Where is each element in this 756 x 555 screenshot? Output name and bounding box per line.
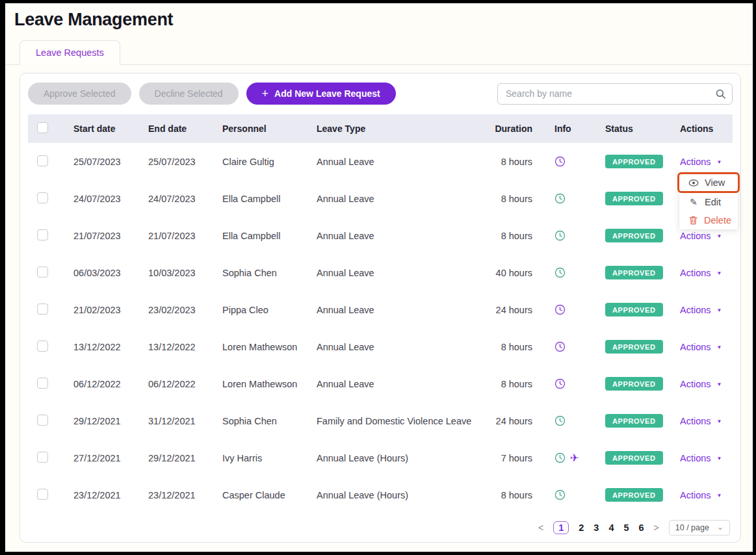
actions-button[interactable]: Actions ▼ <box>680 490 722 500</box>
leave-type: Annual Leave <box>317 268 491 278</box>
page-5[interactable]: 5 <box>623 523 629 533</box>
status-badge: APPROVED <box>605 303 663 316</box>
col-info: Info <box>548 123 600 134</box>
duration: 8 hours <box>491 194 548 204</box>
end-date: 29/12/2021 <box>148 453 222 463</box>
personnel-name: Loren Mathewson <box>222 342 317 352</box>
leave-type: Annual Leave <box>317 342 491 352</box>
clock-icon[interactable] <box>554 156 566 167</box>
leave-type: Annual Leave <box>317 231 491 241</box>
actions-button[interactable]: Actions ▼ <box>680 416 722 426</box>
col-actions: Actions <box>673 123 733 134</box>
pencil-icon: ✎ <box>688 198 699 207</box>
clock-icon[interactable] <box>554 304 566 315</box>
actions-button-label: Actions <box>680 490 711 500</box>
caret-down-icon: ▼ <box>717 418 722 424</box>
info-cell: ✈ <box>548 230 600 241</box>
actions-button[interactable]: Actions ▼ <box>680 453 722 463</box>
clock-icon[interactable] <box>554 230 566 241</box>
row-checkbox[interactable] <box>37 341 48 352</box>
leave-type: Family and Domestic Violence Leave <box>317 416 491 426</box>
start-date: 21/07/2023 <box>73 231 148 241</box>
clock-icon[interactable] <box>554 193 566 204</box>
add-new-leave-request-button[interactable]: + Add New Leave Request <box>246 83 396 105</box>
clock-icon[interactable] <box>554 378 566 389</box>
actions-button-label: Actions <box>680 416 711 426</box>
approve-selected-button[interactable]: Approve Selected <box>28 83 131 105</box>
row-checkbox[interactable] <box>37 378 48 389</box>
table-row: 21/07/2023 21/07/2023 Ella Campbell Annu… <box>28 217 733 254</box>
actions-button[interactable]: Actions ▼ <box>680 379 722 389</box>
personnel-name: Claire Gultig <box>222 157 317 167</box>
duration: 8 hours <box>491 379 548 389</box>
caret-down-icon: ▼ <box>717 492 722 498</box>
page-4[interactable]: 4 <box>608 523 614 533</box>
row-checkbox[interactable] <box>37 229 48 240</box>
page-3[interactable]: 3 <box>593 523 599 533</box>
menu-item-edit[interactable]: ✎ Edit <box>679 193 738 211</box>
end-date: 31/12/2021 <box>148 416 222 426</box>
actions-button-label: Actions <box>680 379 711 389</box>
table-row: 27/12/2021 29/12/2021 Ivy Harris Annual … <box>28 439 733 476</box>
page-6[interactable]: 6 <box>639 523 644 533</box>
caret-down-icon: ▼ <box>717 381 722 387</box>
clock-icon[interactable] <box>554 415 566 426</box>
actions-button[interactable]: Actions ▼ <box>680 231 722 241</box>
search-icon[interactable] <box>715 88 726 102</box>
start-date: 13/12/2022 <box>73 342 148 352</box>
row-checkbox[interactable] <box>37 192 48 203</box>
plane-icon[interactable]: ✈ <box>570 453 579 463</box>
actions-button[interactable]: Actions ▼ <box>680 305 722 315</box>
start-date: 23/12/2021 <box>73 490 148 500</box>
leave-type: Annual Leave (Hours) <box>317 490 491 500</box>
actions-button[interactable]: Actions ▼ <box>680 268 722 278</box>
actions-button-label: Actions <box>680 231 711 241</box>
tab-leave-requests[interactable]: Leave Requests <box>20 40 120 65</box>
row-checkbox[interactable] <box>37 415 48 426</box>
decline-selected-button[interactable]: Decline Selected <box>139 83 239 105</box>
page-numbers: 123456 <box>553 521 644 534</box>
row-checkbox[interactable] <box>37 489 48 500</box>
page-size-select[interactable]: 10 / page ⌄ <box>669 520 730 536</box>
personnel-name: Pippa Cleo <box>222 305 317 315</box>
prev-page-button[interactable]: < <box>538 523 543 533</box>
leave-type: Annual Leave (Hours) <box>317 453 491 463</box>
row-checkbox[interactable] <box>37 266 48 278</box>
page-1[interactable]: 1 <box>553 521 569 534</box>
status-badge: APPROVED <box>605 414 663 428</box>
col-start-date: Start date <box>73 123 148 134</box>
clock-icon[interactable] <box>554 452 566 463</box>
table-row: 06/03/2023 10/03/2023 Sophia Chen Annual… <box>28 254 733 291</box>
end-date: 10/03/2023 <box>148 268 222 278</box>
duration: 8 hours <box>491 342 548 352</box>
duration: 8 hours <box>491 231 548 241</box>
start-date: 25/07/2023 <box>73 157 148 167</box>
row-checkbox[interactable] <box>37 155 48 166</box>
status-badge: APPROVED <box>605 155 663 168</box>
start-date: 29/12/2021 <box>73 416 148 426</box>
actions-button-label: Actions <box>680 268 711 278</box>
personnel-name: Ivy Harris <box>222 453 317 463</box>
row-checkbox[interactable] <box>37 452 48 463</box>
clock-icon[interactable] <box>554 341 566 352</box>
clock-icon[interactable] <box>554 489 566 500</box>
actions-button-label: Actions <box>680 342 711 352</box>
leave-type: Annual Leave <box>317 379 491 389</box>
duration: 8 hours <box>491 490 548 500</box>
actions-button[interactable]: Actions ▼ <box>680 157 722 167</box>
info-cell: ✈ <box>548 193 600 204</box>
menu-item-delete[interactable]: Delete <box>679 211 738 229</box>
duration: 7 hours <box>491 453 548 463</box>
search-input[interactable] <box>497 83 733 105</box>
clock-icon[interactable] <box>554 267 566 278</box>
personnel-name: Sophia Chen <box>222 416 317 426</box>
page-2[interactable]: 2 <box>579 523 584 533</box>
actions-button[interactable]: Actions ▼ <box>680 342 722 352</box>
row-checkbox[interactable] <box>37 303 48 315</box>
info-cell: ✈ <box>548 452 600 463</box>
next-page-button[interactable]: > <box>654 523 659 533</box>
tab-bar: Leave Requests <box>5 40 753 65</box>
menu-item-view[interactable]: View <box>677 172 740 193</box>
select-all-checkbox[interactable] <box>37 122 48 133</box>
col-status: Status <box>600 123 673 134</box>
